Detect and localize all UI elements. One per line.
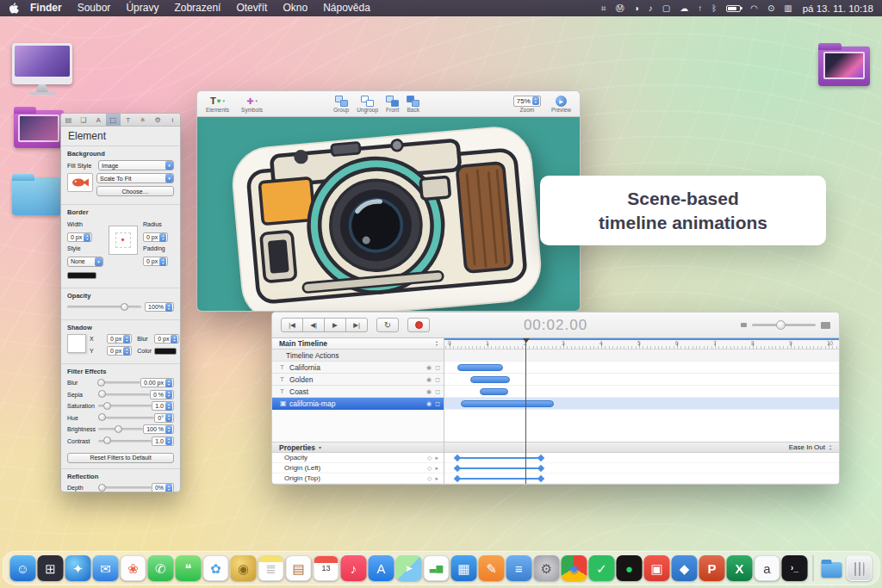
opacity-slider-knob[interactable] — [121, 303, 128, 311]
mail[interactable]: ✉ — [93, 555, 119, 581]
keyframe-line[interactable] — [457, 457, 541, 459]
tab-element[interactable]: ⬚ — [106, 114, 121, 126]
zoom-control[interactable]: 75%▴▾ Zoom — [513, 96, 541, 113]
music[interactable]: ♪ — [341, 555, 367, 581]
shadow-x-field[interactable]: 0 px▴▾ — [107, 334, 132, 344]
timeline-row-golden[interactable]: TGolden◉◻ — [272, 374, 444, 386]
menu-item-finder[interactable]: Finder — [22, 0, 70, 16]
border-radius-field[interactable]: 0 px▴▾ — [143, 232, 168, 242]
purple-folder-icon[interactable] — [818, 46, 870, 86]
loop-button[interactable]: ↻ — [376, 318, 399, 332]
keyframe-line[interactable] — [457, 467, 541, 469]
notes[interactable]: ≣ — [258, 555, 284, 581]
pages[interactable]: ✎ — [479, 555, 505, 581]
animation-bar-california-map[interactable] — [461, 400, 554, 407]
safari[interactable]: ✦ — [65, 555, 91, 581]
zoom-slider-knob[interactable] — [776, 320, 786, 330]
terminal[interactable]: ›_ — [782, 555, 808, 581]
menu-item-soubor[interactable]: Soubor — [70, 0, 119, 16]
timeline-zoom-slider[interactable] — [752, 324, 816, 326]
tab-typography[interactable]: T — [121, 114, 135, 126]
filter-contrast-field[interactable]: 1.0▴▾ — [152, 436, 174, 446]
finder[interactable]: ☺ — [10, 555, 36, 581]
property-row-origin-top[interactable]: Origin (Top)◇▸ — [272, 473, 444, 484]
contrast-icon[interactable]: ◑ — [634, 0, 639, 16]
tab-physics[interactable]: ⚙ — [151, 114, 165, 126]
filter-blur-field[interactable]: 0.00 px▴▾ — [140, 378, 174, 387]
tab-identity[interactable]: i — [165, 114, 180, 126]
lock-icon[interactable]: ◻ — [435, 376, 440, 383]
numbers[interactable]: ▃▆ — [424, 555, 450, 581]
keyframe-diamond[interactable] — [537, 455, 543, 461]
chrome[interactable]: ◉ — [562, 555, 587, 581]
group-button[interactable]: Group — [333, 96, 349, 113]
menu-item-okno[interactable]: Okno — [275, 0, 315, 16]
lock-icon[interactable]: ◻ — [435, 364, 440, 371]
opacity-slider[interactable] — [67, 306, 141, 308]
scene-canvas[interactable] — [197, 117, 580, 311]
messages[interactable]: ❝ — [176, 555, 202, 581]
filter-blur-slider[interactable] — [98, 381, 140, 384]
keyframe-diamond[interactable] — [454, 475, 461, 482]
filter-contrast-slider[interactable] — [98, 440, 152, 443]
preview-button[interactable]: ▶ Preview — [551, 96, 571, 113]
fill-style-dropdown[interactable]: Image▾ — [98, 160, 174, 170]
green-check-app[interactable]: ✓ — [589, 555, 615, 581]
zoom-in-icon[interactable] — [821, 322, 830, 329]
tab-text[interactable]: A — [91, 114, 106, 126]
eye-icon[interactable]: ◉ — [426, 388, 432, 395]
animation-bar-california[interactable] — [457, 364, 503, 371]
books[interactable]: ▤ — [286, 555, 312, 581]
menu-item-pravy[interactable]: Úpravy — [118, 0, 166, 16]
blue-app[interactable]: ◆ — [672, 555, 698, 581]
spaces-icon[interactable]: ⌗ — [601, 0, 606, 16]
timeline-track-golden[interactable] — [444, 374, 839, 386]
shadow-y-field[interactable]: 0 px▴▾ — [107, 346, 132, 356]
facetime[interactable]: ✆ — [148, 555, 174, 581]
menu-clock[interactable]: pá 13. 11. 10:18 — [803, 3, 873, 14]
red-app[interactable]: ▣ — [644, 555, 670, 581]
system-settings[interactable]: ⚙ — [534, 555, 560, 581]
gmail-icon[interactable]: Ⓜ — [616, 0, 624, 16]
camera-sticker-element[interactable] — [223, 117, 550, 311]
choose-image-button[interactable]: Choose… — [96, 186, 174, 196]
keyframe-line[interactable] — [457, 478, 541, 480]
timeline-track-california-map[interactable] — [444, 398, 839, 410]
property-track-opacity[interactable] — [444, 453, 839, 463]
eye-icon[interactable]: ◉ — [426, 364, 432, 371]
gold-coin-app[interactable]: ◉ — [231, 555, 257, 581]
tab-effects[interactable]: ✳ — [135, 114, 150, 126]
spotify[interactable]: ● — [617, 555, 643, 581]
keyframe-nav-icon[interactable]: ▸ — [435, 465, 438, 472]
filter-brightness-field[interactable]: 100 %▴▾ — [143, 424, 174, 434]
shadow-color-swatch[interactable] — [154, 348, 177, 355]
reflection-depth-slider[interactable] — [98, 486, 152, 489]
imac-desktop-icon[interactable] — [12, 43, 72, 95]
filter-saturation-slider[interactable] — [98, 405, 152, 407]
property-row-origin-left[interactable]: Origin (Left)◇▸ — [272, 463, 444, 473]
keyframe-add-icon[interactable]: ◇ — [427, 455, 432, 461]
animation-bar-golden[interactable] — [470, 376, 510, 383]
animation-bar-coast[interactable] — [480, 388, 508, 395]
send-back-button[interactable]: Back — [407, 96, 419, 113]
playhead[interactable] — [525, 338, 526, 484]
eye-icon[interactable]: ◉ — [426, 400, 432, 407]
ungroup-button[interactable]: Ungroup — [357, 96, 378, 113]
timeline-actions-row[interactable]: Timeline Actions — [272, 350, 444, 362]
filter-sepia-field[interactable]: 0 %▴▾ — [150, 390, 174, 399]
timeline-actions-track[interactable] — [444, 350, 839, 362]
keyframe-add-icon[interactable]: ◇ — [427, 475, 432, 482]
blue-folder-icon[interactable] — [12, 177, 62, 215]
timeline-row-california[interactable]: TCalifornia◉◻ — [272, 362, 444, 374]
bring-front-button[interactable]: Front — [386, 96, 399, 113]
a-writer-app[interactable]: a — [755, 555, 780, 581]
filter-hue-slider[interactable] — [98, 417, 154, 419]
timeline-row-california-map[interactable]: ▣california-map◉◻ — [272, 398, 444, 410]
jump-to-start-button[interactable]: |◀ — [281, 318, 303, 332]
opacity-field[interactable]: 100%▴▾ — [145, 302, 174, 312]
easing-dropdown[interactable]: Ease In Out ▴▾ — [789, 443, 834, 452]
wifi-icon[interactable]: ◠ — [750, 0, 758, 16]
keyframe-diamond[interactable] — [537, 475, 543, 482]
filter-saturation-field[interactable]: 1.0▴▾ — [152, 401, 174, 411]
scale-mode-dropdown[interactable]: Scale To Fit▾ — [96, 173, 174, 183]
